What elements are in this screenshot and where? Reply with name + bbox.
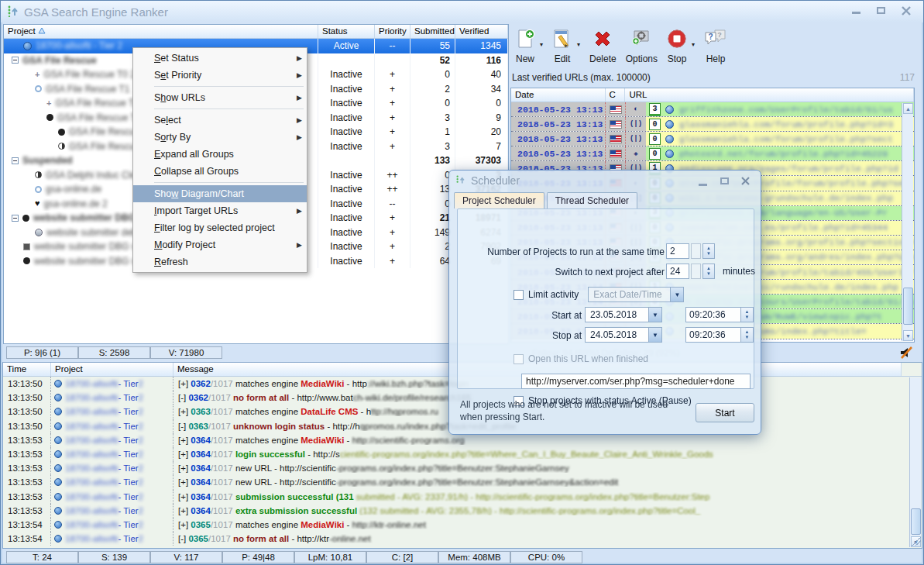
log-row[interactable]: 13:13:5418700-allsofti - Tier 2[-] 0365/… [3,532,922,546]
switch-after-input[interactable]: 24 [666,264,689,279]
url-row[interactable]: 2018-05-23 13:13(|)0glassmaniehla.com/fo… [511,132,914,146]
num-projects-input[interactable]: 2 [666,243,689,259]
log-row[interactable]: 13:13:5318700-allsofti - Tier 2[+] 0364/… [3,461,922,475]
menu-item-sorty-by[interactable]: Sorty By▶ [133,129,307,146]
log-project-tier: - Tier [118,463,138,473]
new-button[interactable]: New [510,27,540,66]
url-row[interactable]: 2018-05-23 13:13◈0photostd.net/forum/pro… [511,146,914,161]
maximize-button[interactable] [875,5,888,16]
menu-item-label: Modify Project [154,239,215,250]
log-column-header-project[interactable]: Project [51,363,173,376]
url-list-scrollbar[interactable]: ▲ ▼ [902,103,913,341]
tab-thread-scheduler[interactable]: Thread Scheduler [547,192,637,208]
start-time-input[interactable]: 09:20:36 [685,307,741,322]
ring-icon [35,85,42,92]
column-header-submitted[interactable]: Submitted [410,25,455,38]
dialog-title: Scheduler [471,174,520,187]
verified-cell: 20 [455,125,508,140]
log-row[interactable]: 13:13:5318700-allsofti - Tier 2[+] 0364/… [3,447,922,461]
stop-date-select[interactable]: 24.05.2018▼ [585,327,662,343]
log-row[interactable]: 13:13:5418700-allsofti - Tier 2[+] 0365/… [3,518,922,532]
stop-time-input[interactable]: 09:20:36 [685,327,741,343]
scroll-up-arrow[interactable]: ▲ [903,103,913,114]
menu-item-show-diagram-chart[interactable]: Show Diagram/Chart [133,185,307,202]
log-message-segment: [+] [178,506,191,515]
finish-url-input[interactable] [521,374,751,389]
menu-item-set-priority[interactable]: Set Priority▶ [133,67,307,84]
menu-item-modify-project[interactable]: Modify Project▶ [133,236,307,253]
column-header-status[interactable]: Status [318,25,375,38]
log-row[interactable]: 13:13:5318700-allsofti - Tier 2[+] 0364/… [3,475,922,489]
url-row[interactable]: 2018-05-23 13:13(|)0glassmaniehla.com/fo… [511,117,914,132]
menu-item-filter-log-by-selected-project[interactable]: Filter log by selected project [133,219,307,236]
dialog-minimize-button[interactable] [697,176,709,187]
log-scroll-thumb[interactable] [911,508,921,535]
log-message-segment: [-] [178,422,188,431]
resize-grip[interactable] [912,536,921,546]
scroll-thumb[interactable] [903,288,913,325]
menu-item-refresh[interactable]: Refresh [133,253,307,270]
start-button[interactable]: Start [696,403,754,422]
log-message-segment: /1017 [211,463,235,473]
stop-button[interactable]: Stop [662,27,692,66]
log-project-cell: 18700-allsofti - Tier 2 [51,405,173,419]
stop-time-spinner[interactable]: ▲▼ [741,327,754,343]
start-time-spinner[interactable]: ▲▼ [741,307,754,322]
log-project-cell: 18700-allsofti - Tier 2 [51,532,173,546]
log-column-header-time[interactable]: Time [3,363,51,376]
open-url-checkbox[interactable] [514,354,524,364]
log-message-segment: [-] [178,393,188,402]
url-column-header-date[interactable]: Date [511,88,606,102]
log-row[interactable]: 13:13:5318700-allsofti - Tier 2[+] 0364/… [3,433,922,447]
dialog-maximize-button[interactable] [719,176,731,187]
column-header-priority[interactable]: Priority [375,25,410,38]
dialog-close-button[interactable] [740,176,753,187]
scroll-down-arrow[interactable]: ▼ [903,330,913,341]
tree-expander-icon[interactable] [12,215,19,222]
options-button[interactable]: Options [621,27,662,66]
menu-item-show-urls[interactable]: Show URLs▶ [133,89,307,106]
verified-cell: 0 [455,96,508,111]
log-row[interactable]: 13:13:5318700-allsofti - Tier 2[+] 0364/… [3,490,922,504]
globe-icon [665,120,674,129]
url-column-header-c[interactable]: C [606,88,626,102]
limit-mode-select[interactable]: Exact Date/Time▼ [588,287,684,302]
menu-item-collapse-all-groups[interactable]: Collapse all Groups [133,163,307,180]
stop-dropdown-arrow-icon[interactable]: ▾ [692,41,699,48]
start-date-select[interactable]: 23.05.2018▼ [585,307,662,322]
open-url-label: Open this URL when finished [528,353,648,364]
tab-project-scheduler[interactable]: Project Scheduler [454,192,544,208]
titlebar[interactable]: GSA Search Engine Ranker [1,1,923,22]
menu-item-set-status[interactable]: Set Status▶ [133,50,307,67]
num-projects-spinner[interactable]: ▲▼ [702,243,715,259]
close-button[interactable] [900,5,912,16]
limit-activity-checkbox[interactable] [514,290,524,300]
project-name: 18700-allsofti - Tier 2 [36,40,122,51]
log-row[interactable]: 13:13:5318700-allsofti - Tier 2[+] 0364/… [3,504,922,518]
url-column-header-url[interactable]: URL [625,88,914,102]
status-cell: Inactive [318,211,375,226]
sound-muted-icon[interactable] [898,346,914,362]
tree-expander-icon[interactable] [12,57,19,64]
tree-expander-icon[interactable] [12,157,19,164]
menu-item-expand-all-groups[interactable]: Expand all Groups [133,146,307,163]
log-message-segment: 0364 [191,506,211,515]
new-dropdown-arrow-icon[interactable]: ▾ [540,41,548,48]
edit-button[interactable]: Edit [548,27,577,66]
dialog-titlebar[interactable]: Scheduler [449,171,761,191]
delete-button[interactable]: Delete [585,27,621,66]
url-row[interactable]: 2018-05-23 13:13◐3griffithzone.com/UserP… [511,102,914,117]
switch-after-spinner[interactable]: ▲▼ [702,264,715,279]
flag-us-icon [610,135,622,143]
log-message-segment: /1017 [211,506,235,515]
column-header-verified[interactable]: Verified [455,25,508,38]
minimize-button[interactable] [850,5,863,16]
log-scrollbar[interactable]: ▼ [909,377,921,547]
menu-item-select[interactable]: Select▶ [133,112,307,129]
menu-item-import-target-urls[interactable]: Import Target URLs▶ [133,202,307,219]
log-message-segment: MediaWiki [301,520,344,529]
edit-dropdown-arrow-icon[interactable]: ▾ [577,41,585,48]
column-header-project[interactable]: Project [4,25,318,38]
help-button[interactable]: ??Help [699,27,732,66]
project-list-header: Project StatusPrioritySubmittedVerified [4,25,508,39]
